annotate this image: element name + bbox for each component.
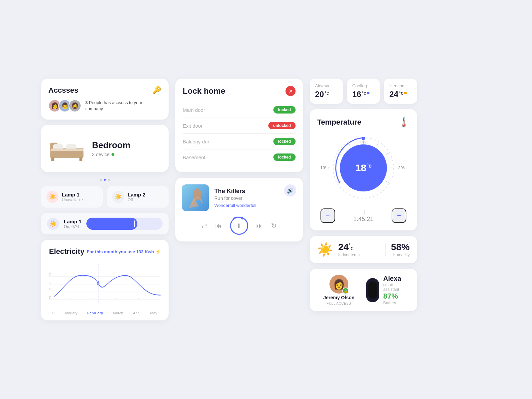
indoor-temp-info: 24°c Indoor temp [338,242,380,257]
indoor-card: ☀️ 24°c Indoor temp 58% Humadity [310,236,417,263]
bedroom-image [48,135,85,162]
user-role: FULL ACCESS [327,302,351,305]
temperature-time: 1:45:21 [353,216,373,223]
thermometer-icon: 🌡️ [398,117,410,128]
door-balcony-name: Balcony dor [183,139,209,144]
lamp-1-info: Lamp 1 Unavailable [62,192,83,202]
bedroom-card: Bedroom 3 device [41,125,169,172]
door-main-badge: locked [273,106,296,114]
key-icon: 🔑 [152,86,161,95]
accesses-count: 3 [85,100,88,105]
music-info: The Killers Run for cover Wonderfull won… [214,188,279,208]
indoor-temp-value: 24°c [338,242,380,253]
svg-rect-0 [50,150,84,158]
lamp-slider-fill [86,218,137,230]
svg-rect-7 [79,158,82,161]
bedroom-title: Bedroom [92,140,130,150]
dot-3 [108,179,110,181]
bedroom-devices: 3 device [92,152,130,157]
dot-1 [100,179,102,181]
svg-text:90: 90 [49,265,51,269]
temp-timer: | | 1:45:21 [353,209,373,223]
accesses-description: People has accsess to your company [85,100,142,111]
accesses-card: Accsses 🔑 👩 👨 🧔 3 People has accsess to … [41,79,169,120]
alexa-card: 👩 🔒 Jeremy Olson FULL ACCESS Alexa smart… [310,269,417,311]
alexa-device [366,278,379,302]
lock-door-main: Main door locked [183,102,296,118]
lock-door-exit: Exit door unlocked [183,118,296,134]
next-button[interactable]: ⏭ [256,222,263,230]
lock-home-card: Lock home ✕ Main door locked Exit door u… [175,79,303,172]
bedroom-info: Bedroom 3 device [92,140,130,157]
avatar-group: 👩 👨 🧔 [48,99,81,112]
svg-text:10: 10 [49,296,51,300]
indoor-temp-label: Indoor temp [338,253,380,257]
left-column: Accsses 🔑 👩 👨 🧔 3 People has accsess to … [41,79,169,320]
dashboard: Accsses 🔑 👩 👨 🧔 3 People has accsess to … [31,69,501,330]
alexa-info: Alexa smart assistant 87% Battery [383,275,410,305]
temperature-header: Temperature 🌡️ [317,117,410,128]
svg-line-32 [386,153,389,154]
door-balcony-badge: locked [273,138,296,145]
alexa-section: Alexa smart assistant 87% Battery [366,275,410,305]
lamp-1-status: Unavailable [62,197,83,202]
humidity-label: Humadity [391,253,410,257]
lamp-slider-track[interactable] [86,218,163,230]
heating-dot [404,92,407,94]
avatar-3: 🧔 [69,99,81,112]
door-basement-name: Basement [183,154,206,160]
lock-home-title: Lock home [183,86,225,96]
close-button[interactable]: ✕ [285,86,296,96]
bolt-icon: ⚡ [155,249,161,254]
chart-label-mar: March [113,311,123,315]
center-column: Lock home ✕ Main door locked Exit door u… [175,79,303,320]
music-card: The Killers Run for cover Wonderfull won… [175,178,303,241]
lamp-2-status: Off [128,197,145,202]
temp-decrease-button[interactable]: − [320,208,335,223]
repeat-button[interactable]: ↻ [271,222,277,230]
svg-text:50: 50 [49,280,51,284]
svg-text:+: + [116,297,117,300]
heating-label: Heating [389,83,412,88]
dots-indicator [41,179,169,181]
svg-line-31 [377,143,379,146]
lamp-1-name: Lamp 1 [62,192,83,197]
temperature-controls: − | | 1:45:21 + [317,208,410,223]
svg-rect-5 [51,148,83,151]
lamp-1-card[interactable]: ☀️ Lamp 1 Unavailable [41,186,103,208]
music-controls: ⇄ ⏮ ⏸ ⏭ ↻ [182,217,296,235]
humidity-value: 58% [391,242,410,253]
lamp-slider-card[interactable]: ☀️ Lamp 1 On, 67% [41,213,169,234]
sun-icon: ☀️ [317,242,333,257]
heating-sensor: Heating 24°c [384,79,417,104]
lamp-1-icon: ☀️ [46,191,58,203]
thermostat-display: 18°c [340,144,387,191]
user-section: 👩 🔒 Jeremy Olson FULL ACCESS [317,275,361,305]
temp-increase-button[interactable]: + [392,208,406,223]
user-lock-badge: 🔒 [342,287,349,294]
lamp-slider-name: Lamp 1 [64,219,82,224]
electricity-card: Electricity For this month you use 132 K… [41,240,169,320]
speaker-icon[interactable]: 🔊 [284,184,296,196]
pause-indicator: | | [353,209,373,215]
album-art [182,184,209,211]
bed-icon [48,136,85,162]
humidity-info: 58% Humadity [391,242,410,257]
pause-icon: ⏸ [236,222,242,229]
airwave-label: Airwave [315,83,338,88]
chart-label-may: May [150,311,157,315]
airwave-value: 20°c [315,90,338,99]
alexa-battery-label: Battery [383,301,410,305]
svg-text:+: + [138,297,139,300]
cooling-label: Cooling [352,83,375,88]
door-basement-badge: locked [273,153,296,161]
accesses-text: 3 People has accsess to your company [85,100,161,112]
play-pause-button[interactable]: ⏸ [230,217,248,235]
chart-label-jan: January [64,311,77,315]
lamp-2-info: Lamp 2 Off [128,192,145,202]
lamp-2-card[interactable]: ☀️ Lamp 2 Off [107,186,169,208]
lamp-2-icon: ☀️ [112,191,124,203]
lock-door-basement: Basement locked [183,149,296,165]
prev-button[interactable]: ⏮ [215,222,222,230]
shuffle-button[interactable]: ⇄ [202,222,207,230]
